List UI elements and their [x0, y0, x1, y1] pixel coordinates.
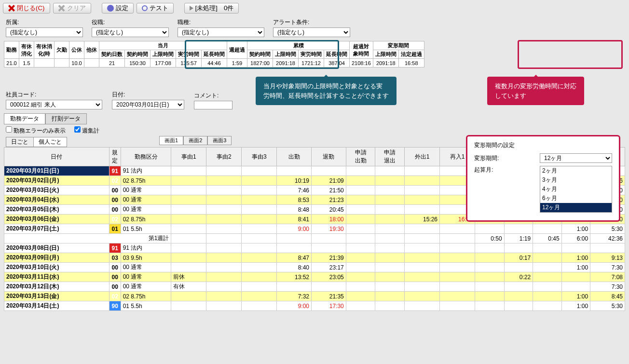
screen3-button[interactable]: 画面3	[207, 136, 232, 145]
callout-pink: 複数月の変形労働時間に対応 しています	[487, 77, 584, 105]
highlight-pink	[518, 40, 623, 69]
jobtype-label: 職種:	[178, 18, 264, 27]
position-label: 役職:	[92, 18, 169, 27]
callout-teal: 当月や対象期間の上限時間と対象となる実 労時間、延長時間を計算することができます	[256, 77, 397, 105]
position-select[interactable]: (指定なし)	[92, 27, 169, 37]
table-row[interactable]: 2020年03月07日(土)0101 5.5h9:0019:301:005:30	[4, 224, 625, 234]
col-chokatai: 超過対 象時間	[350, 41, 373, 59]
screen1-button[interactable]: 画面1	[159, 136, 183, 145]
opt-errors-only[interactable]: 勤務エラーのみ表示	[6, 127, 66, 134]
table-row[interactable]: 2020年03月09日(月)0303 9.5h8:4721:390:171:00…	[4, 253, 625, 263]
close-button[interactable]: 閉じる(C)	[3, 3, 50, 13]
alert-select[interactable]: (指定なし)	[273, 27, 350, 37]
listbox-option[interactable]: 12ヶ月	[540, 203, 612, 212]
col-kokyu: 公休	[69, 41, 84, 59]
screen2-button[interactable]: 画面2	[183, 136, 207, 145]
col-yukyu: 有休 消化	[19, 41, 34, 59]
popup-period-select[interactable]: 12ヶ月	[540, 153, 612, 163]
col-henkei: 変形期間	[373, 41, 424, 50]
tab-stamp-data[interactable]: 打刻データ	[45, 113, 87, 124]
comment-label: コメント:	[194, 92, 232, 100]
date-label: 日付:	[112, 91, 184, 99]
affiliation-label: 所属:	[6, 18, 83, 27]
table-row[interactable]: 2020年03月11日(水)0000 通常前休13:5223:050:227:0…	[4, 272, 625, 282]
clock-icon	[142, 5, 148, 11]
subtab-daily[interactable]: 日ごと	[6, 137, 34, 147]
col-j2: 事由2	[206, 148, 242, 166]
x-icon	[8, 5, 15, 12]
listbox-option[interactable]: 4ヶ月	[540, 185, 612, 194]
popup-start-label: 起算月:	[474, 166, 493, 174]
col-tougetsu: 当月	[99, 41, 227, 50]
table-row[interactable]: 2020年03月10日(火)0000 通常8:4023:171:007:30	[4, 263, 625, 272]
col-gai1: 外出1	[405, 148, 440, 166]
table-row[interactable]: 2020年03月08日(日)9191 法内	[4, 243, 625, 253]
test-button[interactable]: テスト	[137, 3, 174, 13]
col-ruiseki: 累積	[247, 41, 350, 50]
main-tabs: 勤務データ打刻データ	[0, 111, 629, 124]
gear-icon	[107, 5, 114, 12]
popup-title: 変形期間の設定	[474, 141, 612, 149]
settings-button[interactable]: 設定	[102, 3, 134, 13]
col-j1: 事由1	[171, 148, 206, 166]
col-yukyu2: 有休消 化(時	[34, 41, 55, 59]
jobtype-select[interactable]: (指定なし)	[178, 27, 264, 37]
table-row[interactable]: 2020年03月14日(土)9001 5.5h9:0017:301:005:30	[4, 301, 625, 311]
col-takyu: 他休	[84, 41, 99, 59]
col-kubun: 勤務区分	[121, 148, 171, 166]
table-row[interactable]: 第1週計0:501:190:456:0042:36	[4, 234, 625, 243]
col-taikin: 退勤	[312, 148, 346, 166]
col-date: 日付	[4, 148, 109, 166]
col-s_shukkin: 申請 出勤	[346, 148, 375, 166]
col-s_taikin: 申請 退出	[375, 148, 405, 166]
subtab-personal[interactable]: 個人ごと	[33, 137, 67, 147]
period-popup: 変形期間の設定 変形期間: 12ヶ月 起算月: 2ヶ月3ヶ月4ヶ月6ヶ月12ヶ月	[466, 135, 620, 222]
listbox-option[interactable]: 3ヶ月	[540, 175, 612, 185]
tab-work-data[interactable]: 勤務データ	[4, 113, 45, 124]
summary-table: 勤務 有休 消化 有休消 化(時 欠勤 公休 他休 当月 週超過 累積 超過対 …	[4, 41, 424, 67]
col-shuchoka: 週超過	[227, 41, 247, 59]
comment-input[interactable]	[194, 101, 232, 109]
emp-select[interactable]: 000012 細引 来人	[6, 100, 102, 109]
unprocessed-button[interactable]: [未処理] 0件	[184, 3, 239, 13]
listbox-option[interactable]: 2ヶ月	[540, 166, 612, 175]
alert-label: アラート条件:	[273, 18, 350, 27]
table-row[interactable]: 2020年03月12日(木)0000 通常有休7:30	[4, 282, 625, 292]
popup-period-label: 変形期間:	[474, 154, 499, 162]
col-ketsu: 欠勤	[55, 41, 69, 59]
col-kinmu: 勤務	[4, 41, 19, 59]
emp-label: 社員コード:	[6, 91, 102, 99]
x-icon	[58, 5, 65, 12]
opt-week-sum[interactable]: 週集計	[74, 127, 99, 134]
filter-row: 所属:(指定なし) 役職:(指定なし) 職種:(指定なし) アラート条件:(指定…	[0, 16, 629, 39]
popup-listbox[interactable]: 2ヶ月3ヶ月4ヶ月6ヶ月12ヶ月	[540, 166, 612, 213]
toolbar: 閉じる(C) クリア 設定 テスト [未処理] 0件	[0, 0, 629, 16]
clear-button[interactable]: クリア	[53, 3, 91, 13]
affiliation-select[interactable]: (指定なし)	[6, 27, 83, 37]
listbox-option[interactable]: 6ヶ月	[540, 194, 612, 203]
arrow-right-icon	[190, 6, 193, 11]
date-select[interactable]: 2020年03月01日(日)	[112, 100, 184, 109]
summary-area: 勤務 有休 消化 有休消 化(時 欠勤 公休 他休 当月 週超過 累積 超過対 …	[0, 39, 629, 69]
col-shukkin: 出勤	[277, 148, 312, 166]
col-kitei: 規 定	[109, 148, 121, 166]
col-j3: 事由3	[242, 148, 277, 166]
table-row[interactable]: 2020年03月13日(金)0202 8.75h7:3221:351:008:4…	[4, 292, 625, 301]
